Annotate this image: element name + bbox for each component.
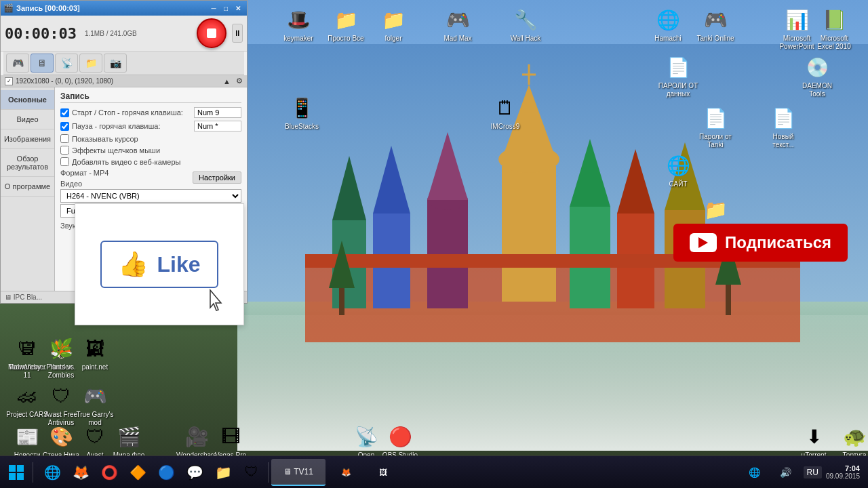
- desktop-icon-bluestacks[interactable]: 📱 BlueStacks: [278, 92, 326, 134]
- desktop-icon-excel[interactable]: 📗 Microsoft Excel 2010: [810, 3, 858, 54]
- show-cursor-row: Показывать курсор: [60, 134, 241, 143]
- sidebar-images[interactable]: Изображения: [1, 129, 54, 149]
- pause-button[interactable]: ⏸: [232, 24, 243, 43]
- subscribe-button[interactable]: Подписаться: [673, 224, 848, 262]
- start-stop-checkbox[interactable]: [60, 108, 69, 117]
- screen-button[interactable]: 🖥: [31, 54, 54, 73]
- ipc-label: 🖥 IPC Bla...: [5, 293, 42, 301]
- like-overlay: 👍 Like: [75, 203, 244, 325]
- desktop-icon-prosto-vse[interactable]: 📁 Просто Все: [322, 3, 370, 45]
- desktop-icon-paroli[interactable]: 📄 ПАРОЛИ ОТ данных: [654, 51, 702, 101]
- thumbs-up-icon: 👍: [118, 250, 149, 279]
- desktop-icon-wall-hack[interactable]: 🔧 Wall Hack: [502, 3, 549, 45]
- desktop-icon-true-gary[interactable]: 🎮 True Garry's mod: [71, 380, 119, 430]
- bluestacks-icon: 📱: [288, 94, 315, 121]
- minimize-button[interactable]: ─: [208, 3, 220, 14]
- pause-checkbox[interactable]: [60, 122, 69, 131]
- resolution-checkbox[interactable]: ✓: [5, 77, 13, 85]
- folder-button[interactable]: 📁: [79, 54, 102, 73]
- papka-icon: 📁: [702, 196, 729, 223]
- filmora-icon: 🎬: [115, 423, 142, 450]
- record-stop-button[interactable]: [197, 18, 226, 48]
- record-section-title: Запись: [60, 92, 241, 103]
- settings-button[interactable]: Настройки: [193, 171, 241, 184]
- mouse-effects-checkbox[interactable]: [60, 146, 69, 155]
- desktop-icon-sait[interactable]: 🌐 САЙТ: [654, 149, 702, 191]
- desktop-icon-paint[interactable]: 🖌 paint.net: [71, 332, 119, 374]
- desktop-icon-paroli-tanki[interactable]: 📄 Пароли от Tanki: [692, 102, 739, 152]
- desktop-icon-keymaker[interactable]: 🎩 keymaker: [275, 3, 322, 45]
- collapse-button[interactable]: ▲: [223, 77, 231, 85]
- recording-controls-bar: 00:00:03 1.1MB / 241.0GB ⏸: [1, 16, 247, 52]
- sidebar-about[interactable]: О программе: [1, 177, 54, 197]
- taskbar-yandex-open[interactable]: 🦊: [326, 459, 366, 486]
- ppt-icon: 📊: [783, 6, 810, 33]
- project-cars-icon: 🏎: [14, 382, 41, 409]
- network-button[interactable]: 📡: [55, 54, 78, 73]
- taskbar: 🌐 🦊 ⭕ 🔶 🔵 💬 📁 🛡 🖥 TV11 🦊 🖼 🌐 🔊 RU 7:04 0…: [0, 455, 868, 488]
- taskbar-explorer[interactable]: 📁: [210, 459, 237, 486]
- svg-rect-27: [9, 465, 16, 472]
- taskbar-ie[interactable]: 🌐: [39, 459, 66, 486]
- taskbar-open-app[interactable]: 🖼: [366, 459, 400, 486]
- obs-icon: 📡: [353, 423, 380, 450]
- taskbar-chrome[interactable]: 🔵: [153, 459, 180, 486]
- taskbar-teamviewer[interactable]: 🖥 TV11: [271, 459, 326, 486]
- paint-icon: 🖌: [81, 335, 108, 362]
- resolution-text: 1920x1080 - (0, 0), (1920, 1080): [16, 77, 113, 85]
- desktop-icon-daemon[interactable]: 💿 DAEMON Tools: [793, 51, 841, 101]
- start-button[interactable]: [3, 459, 30, 486]
- network-tray-icon[interactable]: 🌐: [741, 459, 768, 486]
- start-stop-value: Num 9: [194, 107, 241, 118]
- show-cursor-checkbox[interactable]: [60, 134, 69, 143]
- gamepad-button[interactable]: 🎮: [6, 54, 29, 73]
- maximize-button[interactable]: □: [220, 3, 232, 14]
- svg-rect-30: [17, 473, 24, 480]
- like-button[interactable]: 👍 Like: [100, 241, 218, 288]
- taskbar-yandex[interactable]: 🔶: [124, 459, 151, 486]
- screenshot-button[interactable]: 📷: [104, 54, 127, 73]
- desktop-icon-tanki[interactable]: 🎮 Tanki Online: [692, 3, 739, 45]
- recording-title: Запись [00:00:03]: [14, 4, 208, 12]
- wondershare-icon: 🎥: [183, 423, 210, 450]
- paroli-icon: 📄: [665, 54, 692, 81]
- video-codec-select[interactable]: H264 - NVENC (VBR): [60, 189, 241, 203]
- subscribe-text: Подписаться: [725, 233, 831, 252]
- taskbar-skype[interactable]: 💬: [181, 459, 208, 486]
- sidebar-basic[interactable]: Основные: [1, 90, 54, 110]
- resolution-bar: ✓ 1920x1080 - (0, 0), (1920, 1080) ▲ ⚙: [1, 75, 247, 87]
- sound-tray-icon[interactable]: 🔊: [772, 459, 800, 486]
- excel-icon: 📗: [821, 6, 848, 33]
- wall-hack-label: Wall Hack: [511, 35, 541, 43]
- format-label: Формат - MP4: [60, 169, 108, 177]
- desktop-icon-novyi-text[interactable]: 📄 Новый текст...: [760, 102, 807, 152]
- settings-small-button[interactable]: ⚙: [236, 77, 243, 85]
- vegas-icon: 🎞: [217, 423, 244, 450]
- taskbar-antivirus[interactable]: 🛡: [238, 459, 265, 486]
- desktop-icon-mad-max[interactable]: 🎮 Mad Max: [434, 3, 481, 45]
- desktop-icon-folger[interactable]: 📁 folger: [370, 3, 417, 45]
- timer-display: 00:00:03: [5, 25, 77, 42]
- taskbar-opera[interactable]: ⭕: [96, 459, 123, 486]
- taskbar-separator-2: [268, 462, 269, 483]
- language-indicator[interactable]: RU: [804, 466, 822, 479]
- taskbar-firefox[interactable]: 🦊: [67, 459, 94, 486]
- prosto-vse-label: Просто Все: [328, 35, 363, 43]
- hamachi-icon: 🌐: [654, 6, 682, 33]
- webcam-checkbox[interactable]: [60, 157, 69, 166]
- clock-time: 7:04: [826, 464, 860, 472]
- imcross-label: IMCross9: [491, 123, 520, 131]
- desktop-icon-imcross[interactable]: 🗒 IMCross9: [481, 92, 529, 134]
- desktop-icon-hamachi[interactable]: 🌐 Hamachi: [644, 3, 692, 45]
- sidebar-video[interactable]: Видео: [1, 110, 54, 129]
- sidebar-results[interactable]: Обзор результатов: [1, 149, 54, 177]
- close-button[interactable]: ✕: [232, 3, 244, 14]
- clock-date: 09.09.2015: [826, 472, 860, 480]
- tortuga-icon: 🐢: [841, 423, 868, 450]
- prosto-vse-icon: 📁: [332, 6, 359, 33]
- settings-sidebar: Основные Видео Изображения Обзор результ…: [1, 87, 55, 291]
- start-stop-label: Старт / Стоп - горячая клавиша:: [72, 108, 194, 117]
- malware-icon: 🛡: [14, 335, 41, 362]
- youtube-play-icon: [690, 233, 717, 252]
- audio-label: Звук: [60, 222, 76, 230]
